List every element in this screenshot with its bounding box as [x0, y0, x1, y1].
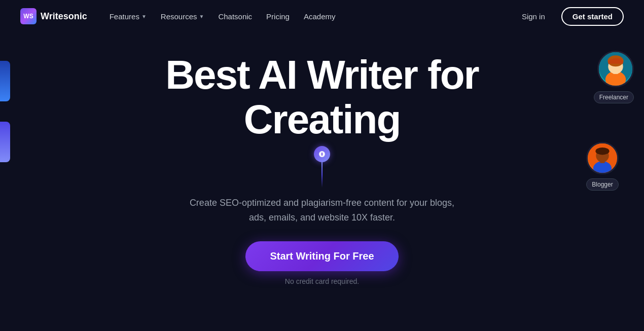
- svg-point-11: [595, 148, 609, 155]
- hero-title: Best AI Writer for Creating: [94, 53, 550, 142]
- nav-chatsonic[interactable]: Chatsonic: [212, 8, 258, 25]
- cta-button[interactable]: Start Writing For Free: [245, 241, 398, 271]
- nav-links: Features ▼ Resources ▼ Chatsonic Pricing…: [103, 8, 342, 25]
- logo[interactable]: WS Writesonic: [20, 8, 87, 24]
- cursor-decoration: [314, 146, 330, 188]
- features-chevron-icon: ▼: [141, 14, 147, 19]
- cursor-line: [321, 162, 323, 188]
- logo-icon: WS: [20, 8, 37, 24]
- sign-in-label: Sign in: [522, 12, 545, 21]
- pricing-label: Pricing: [266, 12, 290, 21]
- freelancer-avatar-image: [597, 51, 634, 87]
- nav-academy[interactable]: Academy: [298, 8, 342, 25]
- hero-subtitle: Create SEO-optimized and plagiarism-free…: [185, 196, 459, 225]
- blogger-label: Blogger: [586, 178, 618, 191]
- cursor-icon: [314, 146, 330, 162]
- features-label: Features: [110, 12, 139, 21]
- get-started-button[interactable]: Get started: [561, 7, 624, 26]
- svg-rect-1: [321, 153, 323, 156]
- get-started-label: Get started: [573, 12, 613, 21]
- no-credit-text: No credit card required.: [285, 277, 359, 285]
- blogger-person-svg: [588, 142, 617, 173]
- freelancer-label-text: Freelancer: [599, 94, 628, 101]
- nav-features[interactable]: Features ▼: [103, 8, 153, 25]
- freelancer-person-svg: [599, 51, 632, 86]
- cursor-svg: [318, 150, 326, 158]
- blogger-label-text: Blogger: [592, 181, 613, 188]
- navbar: WS Writesonic Features ▼ Resources ▼ Cha…: [0, 0, 644, 32]
- hero-section: Best AI Writer for Creating Create SEO-o…: [0, 32, 644, 285]
- brand-name: Writesonic: [41, 11, 87, 22]
- sign-in-button[interactable]: Sign in: [514, 8, 553, 25]
- resources-label: Resources: [161, 12, 197, 21]
- resources-chevron-icon: ▼: [199, 14, 204, 19]
- blogger-avatar: Blogger: [586, 142, 619, 191]
- logo-text-ws: WS: [23, 13, 33, 20]
- academy-label: Academy: [304, 12, 336, 21]
- freelancer-avatar: Freelancer: [594, 51, 634, 103]
- chatsonic-label: Chatsonic: [218, 12, 252, 21]
- navbar-left: WS Writesonic Features ▼ Resources ▼ Cha…: [20, 8, 342, 25]
- nav-resources[interactable]: Resources ▼: [155, 8, 210, 25]
- navbar-right: Sign in Get started: [514, 7, 624, 26]
- nav-pricing[interactable]: Pricing: [260, 8, 296, 25]
- cta-label: Start Writing For Free: [270, 250, 374, 262]
- freelancer-label: Freelancer: [594, 91, 634, 103]
- blogger-avatar-image: [586, 142, 619, 174]
